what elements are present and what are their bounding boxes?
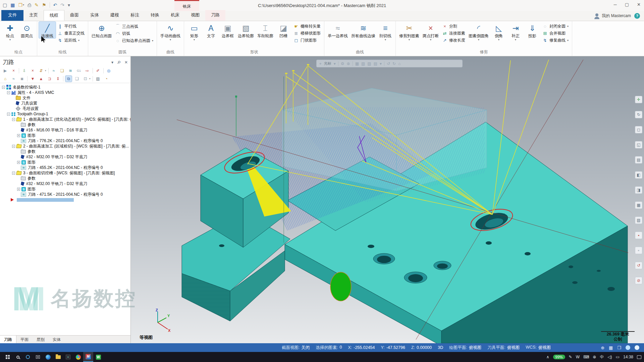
view-tool-layers[interactable]: ▫ [635, 247, 642, 254]
tray-chat-icon[interactable]: ▭ [616, 355, 620, 359]
tree-item[interactable]: +S图形 [0, 133, 130, 138]
tree-item[interactable]: +S图形 [0, 160, 130, 165]
view-tool-undo-view-red[interactable]: ↺ [635, 262, 642, 269]
tree-item[interactable]: −Toolpath Group-1 [0, 111, 130, 117]
customize-qat-icon[interactable]: ▾ [68, 1, 70, 9]
panel-tab-刀路[interactable]: 刀路 [0, 336, 16, 343]
taskbar-notepad-icon[interactable]: ≡ [63, 352, 73, 362]
taskbar-wps-icon[interactable]: W [93, 352, 103, 362]
tab-视图[interactable]: 视图 [185, 10, 205, 21]
tree-expander[interactable]: + [17, 161, 20, 164]
status-tplane[interactable]: 刀具平面:俯视图 [487, 345, 520, 351]
panel-close-icon[interactable]: ✕ [124, 60, 128, 65]
ribbon-button-两点打断[interactable]: ×两点打断▾ [421, 22, 440, 41]
toolpath-display-icon[interactable]: ≈ [51, 68, 57, 74]
tree-item[interactable]: 参数 [0, 149, 130, 154]
ribbon-button-修复曲线[interactable]: ↯修复曲线▾ [541, 38, 570, 43]
tree-item[interactable]: #32 - M32.00 平铣刀 - D32 平底刀 [0, 154, 130, 160]
view-tool-top-view[interactable]: ▤ [635, 156, 642, 164]
mask-icon-4[interactable]: ▤ [374, 61, 377, 66]
ribbon-button-切弧[interactable]: ◠切弧 [114, 31, 154, 37]
lock-icon[interactable]: ⌂ [2, 76, 8, 82]
tree-expander[interactable]: − [12, 172, 15, 175]
ribbon-button-单一边界线[interactable]: ≈单一边界线 [326, 22, 350, 38]
view-tool-stock-red[interactable]: ▪ [635, 232, 642, 239]
tab-建模[interactable]: 建模 [105, 10, 125, 21]
ribbon-button-封闭全圆[interactable]: ◌封闭全圆▾ [541, 23, 570, 29]
view-tool-rotate-view[interactable]: ↻ [635, 111, 642, 118]
viewport-3d-scene[interactable] [131, 56, 644, 343]
close-button[interactable]: ✕ [637, 2, 641, 7]
status-icon-screen[interactable]: ❒ [617, 345, 621, 350]
edit-report-icon[interactable]: ✎ [35, 1, 39, 9]
home-icon[interactable]: ⌂ [398, 61, 400, 66]
image-capture-icon[interactable]: ▨ [95, 76, 101, 82]
regen-selected-icon[interactable]: ⇩ [21, 68, 28, 74]
tree-item[interactable]: −属性 - 4 - AXIS VMC [0, 90, 130, 95]
view-tool-zoom-window[interactable]: ◻ [635, 126, 642, 133]
selection-mode-label[interactable]: 光标 [324, 61, 331, 66]
tab-标注[interactable]: 标注 [125, 10, 145, 21]
tray-ime-icon[interactable]: 中 [600, 354, 604, 360]
tree-item[interactable]: #16 - M16.00 平铣刀 - D16 平底刀 [0, 127, 130, 133]
save-icon[interactable]: ▦ [10, 1, 15, 9]
display-options-icon[interactable]: ⊡ [82, 76, 89, 82]
panel-collapse-icon[interactable]: ▾ [111, 60, 113, 65]
move-up-icon[interactable]: ▲ [38, 76, 44, 82]
tree-item[interactable]: −名扬数控编程-1 [0, 84, 130, 90]
ribbon-button-倒角[interactable]: ◺倒角▾ [490, 22, 507, 41]
select-all-icon[interactable]: ▶ [2, 68, 8, 74]
battery-indicator[interactable]: 99% [553, 355, 565, 359]
graphics-viewport[interactable]: ⌖光标▾⚙⊕▦▧▨▤▾↺↻⌂ ✛↻◻◱▤◧◨▦▧▪▫↺⊘ Z X Y 等视图 2… [131, 56, 644, 343]
tree-insert-position[interactable] [0, 197, 130, 202]
tree-expander[interactable]: − [2, 86, 5, 89]
tree-item[interactable]: −3 - 曲面粗切挖槽 - [WCS: 俯视图] - [刀具面: 俯视图] [0, 170, 130, 176]
tree-item[interactable]: ≈刀路 - 471.5K - 2021-004.NC - 程序编号 0 [0, 192, 130, 197]
ribbon-button-绘点[interactable]: ✚绘点▾ [2, 22, 18, 41]
g1-check-icon[interactable]: G1 [76, 68, 82, 74]
redo-select-icon[interactable]: ↻ [392, 61, 396, 66]
ribbon-button-连接图素[interactable]: ⇄连接图素 [441, 31, 466, 36]
ribbon-button-近距线[interactable]: ↯近距线▾ [56, 38, 86, 43]
ribbon-button-所有曲线边缘[interactable]: ≋所有曲线边缘 [350, 22, 377, 38]
help-icon[interactable]: ◎ [106, 68, 112, 74]
taskbar-edge-icon[interactable] [43, 352, 53, 362]
view-tool-grid-toggle[interactable]: ▦ [635, 201, 642, 209]
panel-pin-icon[interactable]: ⚲ [116, 59, 121, 65]
tab-实体[interactable]: 实体 [85, 10, 105, 21]
view-tool-fit-view[interactable]: ◱ [635, 141, 642, 148]
tray-keyboard-icon[interactable]: ⌨ [583, 355, 589, 359]
mask-icon-1[interactable]: ▦ [355, 61, 359, 66]
status-icon-circle-1[interactable] [626, 345, 630, 350]
tree-item[interactable]: ≈刀路 - 455.2K - 2021-004.NC - 程序编号 0 [0, 165, 130, 170]
ribbon-button-平行线[interactable]: ∥平行线 [56, 23, 86, 29]
view-tool-section-view[interactable]: ◨ [635, 186, 642, 194]
view-tool-pan[interactable]: ✛ [635, 96, 642, 103]
highlighted-pocket-green[interactable] [330, 272, 351, 301]
view-tool-iso-view[interactable]: ◧ [635, 171, 642, 179]
toolpath-options-icon[interactable]: ≋ [67, 68, 74, 74]
notification-center-icon[interactable] [637, 355, 641, 359]
copy-ops-icon[interactable]: ❏ [74, 76, 80, 82]
tree-item[interactable]: −2 - 曲面高速加工 (区域粗切) - [WCS: 俯视图] - [刀具面: … [0, 143, 130, 149]
tab-机床[interactable]: 机床 [165, 10, 185, 21]
tree-expander[interactable]: − [7, 113, 10, 116]
tree-expander[interactable]: − [12, 118, 15, 121]
undo-icon[interactable]: ↶ [53, 1, 57, 9]
selection-toolbar[interactable]: ⌖光标▾⚙⊕▦▧▨▤▾↺↻⌂ [316, 60, 463, 67]
dropdown-arrow-icon[interactable]: ▾ [334, 61, 336, 66]
unselect-all-icon[interactable]: × [10, 68, 17, 74]
ribbon-button-投影[interactable]: ⇓投影 [524, 22, 541, 38]
ribbon-button-凹槽[interactable]: ◪凹槽 [275, 22, 292, 38]
ribbon-button-栅格转矢量[interactable]: ☛栅格转矢量 [292, 23, 322, 29]
tree-item[interactable]: −1 - 曲面高速加工 (优化动态粗切) - [WCS: 俯视图] - [刀具面… [0, 117, 130, 122]
panel-tab-层别[interactable]: 层别 [33, 336, 49, 343]
tab-主页[interactable]: 主页 [23, 10, 44, 21]
verify-icon[interactable]: ❏ [59, 68, 65, 74]
taskbar-explorer-icon[interactable] [53, 352, 63, 362]
tab-转换[interactable]: 转换 [145, 10, 165, 21]
tray-pen-icon[interactable]: ✎ [569, 355, 572, 359]
taskbar-start-icon[interactable] [3, 352, 13, 362]
status-wcs[interactable]: WCS:俯视图 [526, 345, 551, 351]
new-file-icon[interactable]: ▢ [3, 1, 7, 9]
